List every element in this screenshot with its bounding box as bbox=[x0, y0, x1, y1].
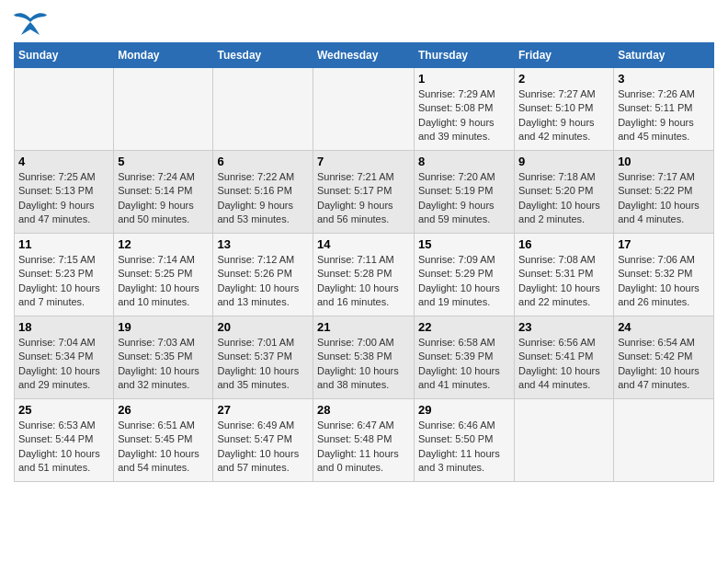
calendar-cell: 22Sunrise: 6:58 AM Sunset: 5:39 PM Dayli… bbox=[415, 316, 515, 399]
day-number: 10 bbox=[618, 155, 710, 168]
day-number: 23 bbox=[518, 320, 609, 334]
calendar-cell: 20Sunrise: 7:01 AM Sunset: 5:37 PM Dayli… bbox=[213, 316, 313, 399]
day-number: 25 bbox=[18, 403, 109, 417]
calendar-week-row: 18Sunrise: 7:04 AM Sunset: 5:34 PM Dayli… bbox=[15, 316, 714, 399]
calendar-cell bbox=[515, 399, 614, 482]
day-number: 18 bbox=[18, 320, 109, 334]
calendar-cell: 13Sunrise: 7:12 AM Sunset: 5:26 PM Dayli… bbox=[213, 234, 313, 316]
day-info: Sunrise: 6:49 AM Sunset: 5:47 PM Dayligh… bbox=[217, 419, 309, 476]
day-info: Sunrise: 7:14 AM Sunset: 5:25 PM Dayligh… bbox=[118, 253, 209, 310]
day-info: Sunrise: 7:01 AM Sunset: 5:37 PM Dayligh… bbox=[217, 336, 309, 393]
day-info: Sunrise: 7:24 AM Sunset: 5:14 PM Dayligh… bbox=[118, 170, 209, 227]
calendar-cell: 19Sunrise: 7:03 AM Sunset: 5:35 PM Dayli… bbox=[114, 316, 213, 399]
calendar-cell: 28Sunrise: 6:47 AM Sunset: 5:48 PM Dayli… bbox=[313, 399, 415, 482]
day-info: Sunrise: 7:12 AM Sunset: 5:26 PM Dayligh… bbox=[217, 253, 309, 310]
day-info: Sunrise: 7:11 AM Sunset: 5:28 PM Dayligh… bbox=[317, 253, 410, 310]
day-number: 3 bbox=[618, 72, 710, 86]
day-number: 9 bbox=[518, 155, 609, 168]
calendar-week-row: 4Sunrise: 7:25 AM Sunset: 5:13 PM Daylig… bbox=[15, 151, 714, 234]
day-info: Sunrise: 6:56 AM Sunset: 5:41 PM Dayligh… bbox=[518, 336, 609, 393]
day-number: 11 bbox=[18, 237, 109, 251]
calendar-cell bbox=[15, 68, 114, 151]
calendar-cell: 4Sunrise: 7:25 AM Sunset: 5:13 PM Daylig… bbox=[15, 151, 114, 234]
column-header-saturday: Saturday bbox=[614, 43, 714, 68]
day-info: Sunrise: 7:04 AM Sunset: 5:34 PM Dayligh… bbox=[18, 336, 109, 393]
day-number: 16 bbox=[518, 237, 609, 251]
calendar-header-row: SundayMondayTuesdayWednesdayThursdayFrid… bbox=[15, 43, 714, 68]
page-header bbox=[14, 9, 714, 35]
day-number: 28 bbox=[317, 403, 410, 417]
calendar-cell: 29Sunrise: 6:46 AM Sunset: 5:50 PM Dayli… bbox=[415, 399, 515, 482]
day-number: 27 bbox=[217, 403, 309, 417]
day-number: 19 bbox=[118, 320, 209, 334]
day-info: Sunrise: 6:54 AM Sunset: 5:42 PM Dayligh… bbox=[618, 336, 710, 393]
day-number: 15 bbox=[418, 237, 510, 251]
calendar-cell: 2Sunrise: 7:27 AM Sunset: 5:10 PM Daylig… bbox=[515, 68, 614, 151]
calendar-week-row: 1Sunrise: 7:29 AM Sunset: 5:08 PM Daylig… bbox=[15, 68, 714, 151]
day-info: Sunrise: 7:20 AM Sunset: 5:19 PM Dayligh… bbox=[418, 170, 510, 227]
logo bbox=[14, 9, 51, 35]
calendar-cell: 12Sunrise: 7:14 AM Sunset: 5:25 PM Dayli… bbox=[114, 234, 213, 316]
day-info: Sunrise: 7:06 AM Sunset: 5:32 PM Dayligh… bbox=[618, 253, 710, 310]
calendar-cell: 25Sunrise: 6:53 AM Sunset: 5:44 PM Dayli… bbox=[15, 399, 114, 482]
day-info: Sunrise: 7:03 AM Sunset: 5:35 PM Dayligh… bbox=[118, 336, 209, 393]
calendar-cell: 26Sunrise: 6:51 AM Sunset: 5:45 PM Dayli… bbox=[114, 399, 213, 482]
day-number: 21 bbox=[317, 320, 410, 334]
day-info: Sunrise: 6:46 AM Sunset: 5:50 PM Dayligh… bbox=[418, 419, 510, 476]
calendar-cell bbox=[213, 68, 313, 151]
calendar-cell: 23Sunrise: 6:56 AM Sunset: 5:41 PM Dayli… bbox=[515, 316, 614, 399]
calendar-cell: 27Sunrise: 6:49 AM Sunset: 5:47 PM Dayli… bbox=[213, 399, 313, 482]
calendar-cell: 1Sunrise: 7:29 AM Sunset: 5:08 PM Daylig… bbox=[415, 68, 515, 151]
column-header-monday: Monday bbox=[114, 43, 213, 68]
day-info: Sunrise: 7:08 AM Sunset: 5:31 PM Dayligh… bbox=[518, 253, 609, 310]
calendar-cell: 11Sunrise: 7:15 AM Sunset: 5:23 PM Dayli… bbox=[15, 234, 114, 316]
column-header-tuesday: Tuesday bbox=[213, 43, 313, 68]
day-info: Sunrise: 7:25 AM Sunset: 5:13 PM Dayligh… bbox=[18, 170, 109, 227]
day-number: 14 bbox=[317, 237, 410, 251]
calendar-cell: 17Sunrise: 7:06 AM Sunset: 5:32 PM Dayli… bbox=[614, 234, 714, 316]
day-info: Sunrise: 7:18 AM Sunset: 5:20 PM Dayligh… bbox=[518, 170, 609, 227]
day-number: 22 bbox=[418, 320, 510, 334]
day-info: Sunrise: 7:00 AM Sunset: 5:38 PM Dayligh… bbox=[317, 336, 410, 393]
calendar-week-row: 25Sunrise: 6:53 AM Sunset: 5:44 PM Dayli… bbox=[15, 399, 714, 482]
column-header-sunday: Sunday bbox=[15, 43, 114, 68]
day-number: 26 bbox=[118, 403, 209, 417]
day-info: Sunrise: 7:27 AM Sunset: 5:10 PM Dayligh… bbox=[518, 87, 609, 144]
calendar-table: SundayMondayTuesdayWednesdayThursdayFrid… bbox=[14, 42, 714, 482]
day-number: 20 bbox=[217, 320, 309, 334]
day-number: 7 bbox=[317, 155, 410, 168]
logo-bird-icon bbox=[14, 9, 47, 35]
calendar-cell: 24Sunrise: 6:54 AM Sunset: 5:42 PM Dayli… bbox=[614, 316, 714, 399]
day-info: Sunrise: 7:29 AM Sunset: 5:08 PM Dayligh… bbox=[418, 87, 510, 144]
calendar-cell: 18Sunrise: 7:04 AM Sunset: 5:34 PM Dayli… bbox=[15, 316, 114, 399]
day-info: Sunrise: 6:53 AM Sunset: 5:44 PM Dayligh… bbox=[18, 419, 109, 476]
day-number: 29 bbox=[418, 403, 510, 417]
day-number: 5 bbox=[118, 155, 209, 168]
day-info: Sunrise: 7:17 AM Sunset: 5:22 PM Dayligh… bbox=[618, 170, 710, 227]
day-number: 8 bbox=[418, 155, 510, 168]
calendar-cell: 8Sunrise: 7:20 AM Sunset: 5:19 PM Daylig… bbox=[415, 151, 515, 234]
calendar-cell: 14Sunrise: 7:11 AM Sunset: 5:28 PM Dayli… bbox=[313, 234, 415, 316]
column-header-friday: Friday bbox=[515, 43, 614, 68]
calendar-cell: 21Sunrise: 7:00 AM Sunset: 5:38 PM Dayli… bbox=[313, 316, 415, 399]
column-header-wednesday: Wednesday bbox=[313, 43, 415, 68]
day-number: 1 bbox=[418, 72, 510, 86]
day-number: 4 bbox=[18, 155, 109, 168]
day-info: Sunrise: 7:09 AM Sunset: 5:29 PM Dayligh… bbox=[418, 253, 510, 310]
day-info: Sunrise: 7:26 AM Sunset: 5:11 PM Dayligh… bbox=[618, 87, 710, 144]
calendar-cell bbox=[313, 68, 415, 151]
day-info: Sunrise: 6:51 AM Sunset: 5:45 PM Dayligh… bbox=[118, 419, 209, 476]
day-info: Sunrise: 7:15 AM Sunset: 5:23 PM Dayligh… bbox=[18, 253, 109, 310]
day-number: 17 bbox=[618, 237, 710, 251]
day-info: Sunrise: 7:22 AM Sunset: 5:16 PM Dayligh… bbox=[217, 170, 309, 227]
calendar-cell: 16Sunrise: 7:08 AM Sunset: 5:31 PM Dayli… bbox=[515, 234, 614, 316]
calendar-cell: 5Sunrise: 7:24 AM Sunset: 5:14 PM Daylig… bbox=[114, 151, 213, 234]
calendar-cell bbox=[114, 68, 213, 151]
day-number: 6 bbox=[217, 155, 309, 168]
calendar-cell: 10Sunrise: 7:17 AM Sunset: 5:22 PM Dayli… bbox=[614, 151, 714, 234]
calendar-week-row: 11Sunrise: 7:15 AM Sunset: 5:23 PM Dayli… bbox=[15, 234, 714, 316]
calendar-cell: 6Sunrise: 7:22 AM Sunset: 5:16 PM Daylig… bbox=[213, 151, 313, 234]
calendar-cell: 7Sunrise: 7:21 AM Sunset: 5:17 PM Daylig… bbox=[313, 151, 415, 234]
day-info: Sunrise: 6:58 AM Sunset: 5:39 PM Dayligh… bbox=[418, 336, 510, 393]
calendar-cell: 9Sunrise: 7:18 AM Sunset: 5:20 PM Daylig… bbox=[515, 151, 614, 234]
